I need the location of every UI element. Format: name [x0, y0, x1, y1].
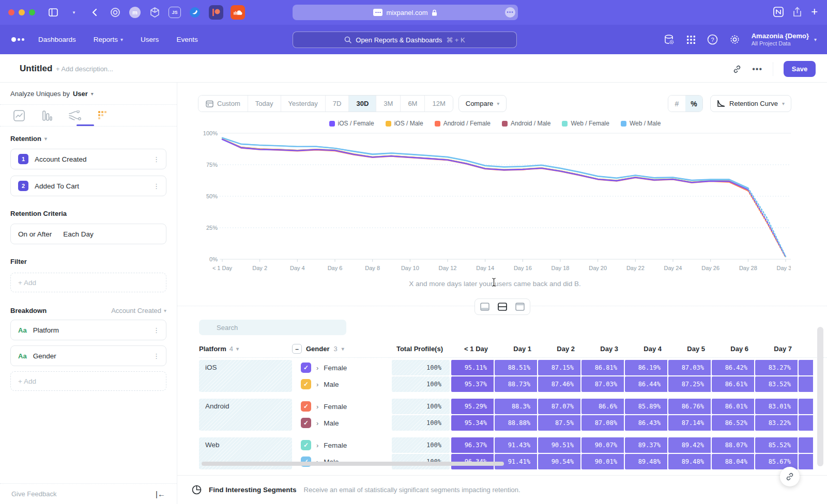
series-checkbox-checked[interactable]: ✓ [301, 418, 311, 428]
expand-row-icon[interactable]: › [316, 381, 318, 388]
day-header-day5[interactable]: Day 5 [668, 345, 712, 353]
tab-insights[interactable] [10, 109, 28, 122]
share-icon[interactable] [793, 7, 802, 17]
view-split-button-selected[interactable] [495, 301, 510, 312]
range-button-custom[interactable]: Custom [198, 96, 248, 112]
tab-retention-selected[interactable] [94, 109, 112, 122]
absolute-numbers-button[interactable]: # [668, 96, 685, 112]
series-checkbox-checked[interactable]: ✓ [301, 440, 311, 450]
series-checkbox-checked[interactable]: ✓ [301, 401, 311, 412]
total-profiles-header[interactable]: Total Profile(s) [392, 345, 451, 353]
breakdown-add-button[interactable]: + Add [10, 371, 166, 391]
analyze-value[interactable]: User [73, 90, 88, 98]
day-header-1day[interactable]: < 1 Day [451, 345, 495, 353]
compare-button[interactable]: Compare ▾ [458, 95, 507, 112]
find-interesting-segments-link[interactable]: Find Interesting Segments [209, 486, 297, 494]
avatar-m-tab-icon[interactable]: m [129, 7, 141, 18]
kebab-menu-icon[interactable]: ⋮ [153, 326, 160, 334]
horizontal-scrollbar[interactable] [202, 462, 504, 466]
range-button-today[interactable]: Today [248, 96, 281, 112]
help-icon[interactable]: ? [707, 34, 718, 45]
more-options-button[interactable]: ••• [752, 65, 762, 74]
copy-link-icon[interactable] [732, 65, 742, 74]
patreon-tab-icon[interactable] [209, 5, 223, 20]
criteria-each-day[interactable]: Each Day [63, 230, 94, 238]
legend-item[interactable]: Web / Male [621, 120, 661, 127]
give-feedback-link[interactable]: Give Feedback [11, 490, 56, 498]
legend-item[interactable]: Android / Female [435, 120, 491, 127]
apps-grid-icon[interactable] [686, 35, 696, 44]
notion-extension-icon[interactable] [773, 7, 784, 17]
back-icon[interactable] [88, 6, 101, 19]
platform-column-header[interactable]: Platform 4 ▾ [199, 345, 292, 353]
url-options-button[interactable]: ••• [505, 7, 515, 18]
vertical-scrollbar[interactable] [817, 327, 823, 466]
traffic-light-minimize-button[interactable] [19, 9, 25, 15]
kebab-menu-icon[interactable]: ⋮ [153, 352, 160, 360]
one-password-tab-icon[interactable] [109, 6, 122, 19]
js-tab-icon[interactable]: JS [169, 7, 181, 18]
table-search-input[interactable] [199, 320, 346, 335]
kebab-menu-icon[interactable]: ⋮ [153, 155, 160, 163]
expand-row-icon[interactable]: › [316, 419, 318, 427]
nav-item-dashboards[interactable]: Dashboards [38, 36, 76, 43]
retention-criteria-card[interactable]: On or After Each Day [10, 224, 166, 244]
range-button-3m[interactable]: 3M [376, 96, 401, 112]
expand-row-icon[interactable]: › [316, 364, 318, 372]
view-table-only-button[interactable] [512, 301, 528, 312]
filter-add-button[interactable]: + Add [10, 273, 166, 292]
add-description-field[interactable]: + Add description... [56, 65, 113, 73]
day-header-day7[interactable]: Day 7 [755, 345, 799, 353]
mixpanel-logo[interactable] [11, 37, 24, 42]
gender-column-header[interactable]: – Gender 3 ▾ [292, 344, 392, 354]
day-header-day6[interactable]: Day 6 [712, 345, 755, 353]
share-link-fab[interactable] [780, 467, 800, 486]
select-all-checkbox-indeterminate[interactable]: – [292, 344, 302, 354]
traffic-light-maximize-button[interactable] [29, 9, 35, 15]
range-button-30d[interactable]: 30D [349, 96, 376, 112]
settings-gear-icon[interactable] [729, 34, 740, 45]
nav-item-reports[interactable]: Reports▾ [94, 36, 123, 43]
series-checkbox-checked[interactable]: ✓ [301, 379, 311, 389]
breakdown-card-gender[interactable]: AaGender⋮ [10, 345, 166, 366]
nav-item-events[interactable]: Events [176, 36, 197, 43]
sidebar-toggle-icon[interactable] [47, 6, 60, 19]
soundcloud-tab-icon[interactable] [231, 5, 245, 20]
legend-item[interactable]: iOS / Female [329, 120, 374, 127]
day-header-day1[interactable]: Day 1 [495, 345, 538, 353]
series-checkbox-checked[interactable]: ✓ [301, 363, 311, 373]
range-button-yesterday[interactable]: Yesterday [281, 96, 326, 112]
day-header-day3[interactable]: Day 3 [581, 345, 625, 353]
day-header-day2[interactable]: Day 2 [538, 345, 581, 353]
kebab-menu-icon[interactable]: ⋮ [153, 182, 160, 190]
tab-funnels[interactable] [38, 109, 56, 122]
retention-section-label[interactable]: Retention [10, 135, 41, 143]
range-button-6m[interactable]: 6M [401, 96, 425, 112]
view-chart-only-button[interactable] [477, 301, 493, 312]
legend-item[interactable]: Web / Female [562, 120, 609, 127]
breakdown-scope-select[interactable]: Account Created ▾ [111, 307, 166, 314]
range-button-7d[interactable]: 7D [326, 96, 349, 112]
range-button-12m[interactable]: 12M [425, 96, 452, 112]
legend-item[interactable]: Android / Male [502, 120, 550, 127]
report-title[interactable]: Untitled [20, 64, 52, 74]
bird-tab-icon[interactable] [188, 6, 202, 19]
event-card-account-created[interactable]: 1Account Created⋮ [10, 149, 166, 169]
expand-row-icon[interactable]: › [316, 442, 318, 449]
legend-item[interactable]: iOS / Male [386, 120, 423, 127]
cube-tab-icon[interactable] [148, 6, 161, 19]
criteria-on-or-after[interactable]: On or After [18, 230, 52, 238]
nav-item-users[interactable]: Users [141, 36, 159, 43]
data-management-icon[interactable] [664, 34, 675, 45]
collapse-sidebar-icon[interactable]: |← [156, 490, 165, 498]
chevron-down-icon[interactable]: ▾ [67, 6, 81, 19]
tab-flows[interactable] [66, 109, 84, 122]
traffic-light-close-button[interactable] [8, 9, 14, 15]
expand-row-icon[interactable]: › [316, 403, 318, 411]
day-header-day4[interactable]: Day 4 [625, 345, 668, 353]
chart-type-dropdown[interactable]: Retention Curve ▾ [710, 95, 791, 112]
global-search-button[interactable]: Open Reports & Dashboards ⌘ + K [293, 32, 517, 48]
save-button[interactable]: Save [784, 61, 816, 77]
url-bar[interactable]: mixpanel.com ••• [293, 5, 518, 20]
event-card-added-to-cart[interactable]: 2Added To Cart⋮ [10, 176, 166, 196]
